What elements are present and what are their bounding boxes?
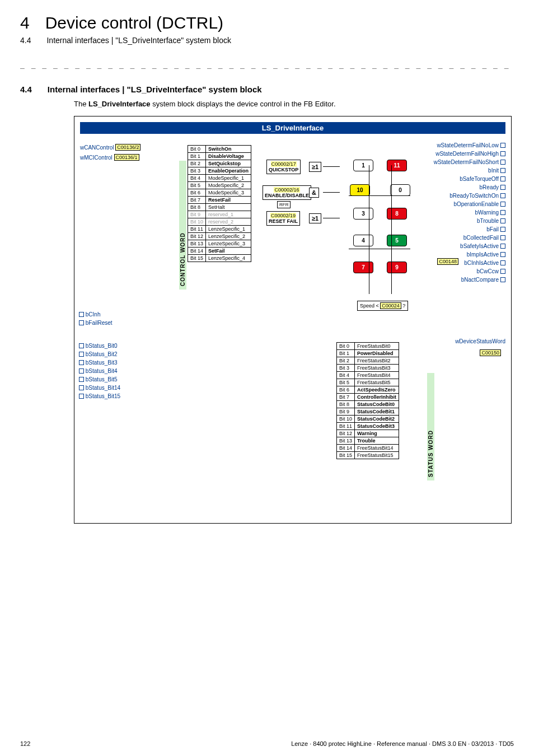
output-bcwccw: bCwCcw	[410, 268, 505, 276]
status-bit-row: Bit 14FreeStatusBit14	[337, 445, 399, 452]
input-bstatus_bit14: bStatus_Bit14	[79, 384, 120, 393]
control-word-label: CONTROL WORD	[179, 161, 186, 290]
control-word-table: Bit 0SwitchOnBit 1DisableVoltageBit 2Set…	[188, 145, 251, 262]
state-7: 7	[353, 262, 373, 273]
control-bit-row: Bit 1DisableVoltage	[188, 153, 251, 160]
state-9: 9	[387, 262, 407, 273]
state-4: 4	[353, 235, 373, 246]
state-11: 11	[387, 160, 407, 171]
status-bit-row: Bit 0FreeStatusBit0	[337, 343, 399, 350]
collected-fail-code: C00148	[437, 255, 458, 265]
status-bit-row: Bit 3FreeStatusBit3	[337, 365, 399, 372]
output-bnactcompare: bNactCompare	[410, 276, 505, 284]
status-bit-row: Bit 7ControllerInhibit	[337, 394, 399, 401]
quickstop-or-gate: ≥1	[309, 162, 321, 172]
subsection-title: Internal interfaces | "LS_DriveInterface…	[46, 36, 231, 45]
control-bit-row: Bit 15LenzeSpecific_4	[188, 255, 251, 262]
resetfail-block: C00002/19 RESET FAIL	[266, 211, 300, 226]
intro-text: The LS_DriveInterface system block displ…	[74, 100, 514, 108]
chapter-number: 4	[20, 13, 30, 32]
status-bit-row: Bit 8StatusCodeBit0	[337, 401, 399, 408]
wdevicestatusword-code: C00150	[480, 347, 501, 357]
input-wmcicontrol: wMCIControl C00136/1	[80, 154, 175, 161]
rfr-box: RFR	[277, 201, 291, 208]
status-bit-row: Bit 4FreeStatusBit4	[337, 372, 399, 379]
control-bit-row: Bit 12LenzeSpecific_2	[188, 233, 251, 240]
control-bit-row: Bit 14SetFail	[188, 248, 251, 255]
output-wstatedetermfailnoshort: wStateDetermFailNoShort	[410, 158, 505, 167]
output-binit: bInit	[410, 167, 505, 175]
input-bfailreset: bFailReset	[79, 319, 113, 326]
state-5: 5	[387, 235, 407, 246]
output-boperationenable: bOperationEnable	[410, 200, 505, 209]
state-1: 1	[353, 160, 373, 171]
status-bit-row: Bit 6ActSpeedIsZero	[337, 386, 399, 394]
status-bit-row: Bit 1PowerDisabled	[337, 350, 399, 357]
diagram-frame: LS_DriveInterface wCANControl C00136/2wM…	[74, 116, 512, 524]
control-bit-row: Bit 5ModeSpecific_2	[188, 182, 251, 189]
section-heading-title: Internal interfaces | "LS_DriveInterface…	[48, 85, 262, 94]
subsection-number: 4.4	[20, 36, 31, 45]
status-bit-row: Bit 5FreeStatusBit5	[337, 379, 399, 386]
input-bstatus_bit15: bStatus_Bit15	[79, 393, 120, 401]
control-bit-row: Bit 4ModeSpecific_1	[188, 175, 251, 182]
output-bsafetyisactive: bSafetyIsActive	[410, 242, 505, 251]
status-bit-row: Bit 10StatusCodeBit2	[337, 416, 399, 423]
status-bit-row: Bit 15FreeStatusBit15	[337, 452, 399, 459]
diagram-body: wCANControl C00136/2wMCIControl C00136/1…	[80, 139, 505, 498]
enable-block: C00002/16 ENABLE/DISABLE	[263, 185, 311, 200]
status-bit-row: Bit 11StatusCodeBit3	[337, 423, 399, 430]
control-bit-row: Bit 10reserved_2	[188, 218, 251, 226]
input-bstatus_bit2: bStatus_Bit2	[79, 351, 120, 359]
input-bstatus_bit4: bStatus_Bit4	[79, 367, 120, 376]
control-bit-row: Bit 7ResetFail	[188, 197, 251, 204]
control-bit-row: Bit 0SwitchOn	[188, 146, 251, 153]
output-bcollectedfail: bCollectedFail	[410, 234, 505, 242]
input-bcinh: bCInh	[79, 311, 100, 318]
state-3: 3	[353, 208, 373, 220]
wdevicestatusword-output: wDeviceStatusWord	[410, 338, 505, 344]
control-bit-row: Bit 2SetQuickstop	[188, 160, 251, 167]
speed-compare-box: Speed < C00024 ?	[357, 301, 408, 311]
bstatus-column: bStatus_Bit0 bStatus_Bit2 bStatus_Bit3 b…	[79, 342, 120, 401]
output-breadytoswitchon: bReadyToSwitchOn	[410, 192, 505, 200]
input-bstatus_bit5: bStatus_Bit5	[79, 376, 120, 384]
section-heading-number: 4.4	[20, 85, 32, 94]
input-bstatus_bit3: bStatus_Bit3	[79, 359, 120, 367]
divider-line: _ _ _ _ _ _ _ _ _ _ _ _ _ _ _ _ _ _ _ _ …	[20, 60, 514, 69]
output-btrouble: bTrouble	[410, 217, 505, 226]
output-wstatedetermfailnolow: wStateDetermFailNoLow	[410, 142, 505, 150]
quickstop-block: C00002/17 QUICKSTOP	[266, 160, 301, 174]
status-bit-row: Bit 9StatusCodeBit1	[337, 408, 399, 416]
input-bstatus_bit0: bStatus_Bit0	[79, 342, 120, 351]
status-word-table: Bit 0FreeStatusBit0Bit 1PowerDisabledBit…	[336, 342, 399, 459]
enable-and-gate: &	[309, 188, 319, 198]
control-bit-row: Bit 6ModeSpecific_3	[188, 189, 251, 197]
state-8: 8	[387, 208, 407, 220]
status-bit-row: Bit 13Trouble	[337, 437, 399, 445]
control-bit-row: Bit 13LenzeSpecific_3	[188, 240, 251, 248]
output-bfail: bFail	[410, 226, 505, 234]
resetfail-or-gate: ≥1	[309, 213, 321, 223]
control-bit-row: Bit 8SetHalt	[188, 204, 251, 211]
output-wstatedetermfailnohigh: wStateDetermFailNoHigh	[410, 150, 505, 158]
chapter-title: Device control (DCTRL)	[45, 13, 223, 32]
control-bit-row: Bit 9reserved_1	[188, 211, 251, 218]
status-bit-row: Bit 2FreeStatusBit2	[337, 357, 399, 365]
control-bit-row: Bit 3EnableOperation	[188, 167, 251, 175]
output-bwarning: bWarning	[410, 209, 505, 217]
diagram-title: LS_DriveInterface	[80, 122, 505, 134]
output-bready: bReady	[410, 184, 505, 192]
status-bit-row: Bit 12Warning	[337, 430, 399, 437]
output-bsafetorqueoff: bSafeTorqueOff	[410, 175, 505, 184]
input-wcancontrol: wCANControl C00136/2	[80, 144, 175, 151]
state-0: 0	[390, 184, 410, 196]
state-10: 10	[350, 184, 370, 196]
control-bit-row: Bit 11LenzeSpecific_1	[188, 226, 251, 233]
status-word-label: STATUS WORD	[427, 373, 434, 480]
